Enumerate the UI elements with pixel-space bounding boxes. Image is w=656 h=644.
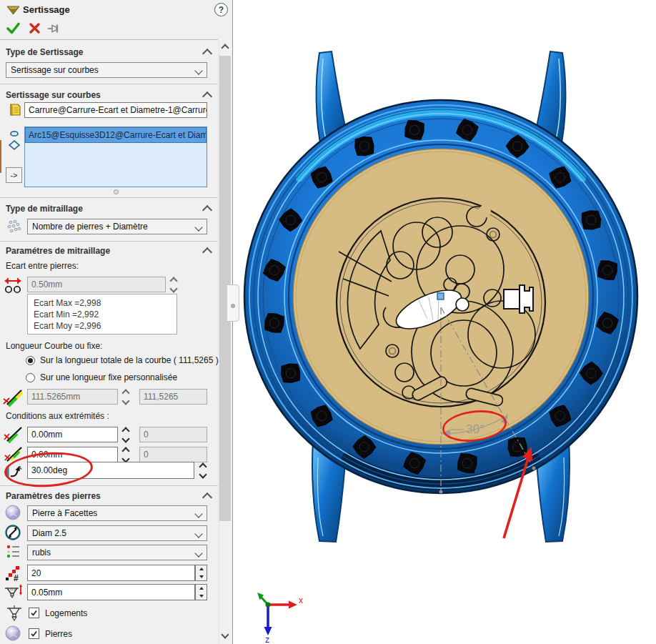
angle-condition-icon: A	[5, 463, 24, 483]
radio-longueur-totale[interactable]: Sur la longueur totale de la courbe ( 11…	[26, 355, 219, 365]
transfer-button[interactable]: ->	[6, 167, 22, 183]
angle-dimension-label: 30°	[466, 422, 484, 436]
scrollbar-up-icon[interactable]	[222, 45, 228, 51]
longueur-spinner[interactable]	[120, 388, 131, 405]
gem-stone[interactable]	[282, 364, 300, 382]
checkbox-checked-icon[interactable]	[29, 608, 39, 618]
seat-outline-icon	[6, 604, 24, 627]
pierres-checkbox-row[interactable]: Pierres	[29, 628, 72, 639]
section-header-type-sertissage: Type de Sertissage	[6, 47, 84, 57]
angle-field[interactable]: 30.00deg	[27, 462, 194, 479]
cancel-button[interactable]	[28, 21, 41, 38]
curve-length-icon	[3, 387, 24, 410]
ecart-value: 0.50mm	[31, 279, 62, 289]
surface-selection-value: Carrure@Carrure-Ecart et Diametre-1@Carr…	[29, 105, 207, 115]
longueur-echo-value: 111,5265	[144, 392, 178, 402]
stone-count-spin-buttons[interactable]	[195, 565, 207, 581]
ecart-spinner[interactable]	[168, 276, 179, 293]
angle-spinner[interactable]	[197, 462, 208, 479]
collapse-chevron-icon[interactable]	[202, 205, 212, 215]
stone-count-icon: #	[4, 564, 24, 585]
stone-depth-spin-buttons[interactable]	[195, 584, 207, 600]
curve-selection-list[interactable]: Arc15@Esquisse3D12@Carrure-Ecart et Diam…	[24, 127, 207, 187]
ecart-moy: Ecart Moy =2,996	[34, 320, 171, 332]
chevron-down-icon	[194, 510, 202, 517]
section-header-sertissage-courbes: Sertissage sur courbes	[6, 90, 101, 100]
start-offset-value: 0.00mm	[31, 430, 62, 440]
help-icon[interactable]: ?	[214, 3, 228, 16]
radio-longueur-fixe-label: Sur une longueur fixe personnalisée	[40, 372, 177, 382]
collapse-chevron-icon[interactable]	[202, 247, 212, 257]
section-header-type-mitraillage: Type de mitraillage	[6, 204, 83, 214]
collapse-chevron-icon[interactable]	[202, 91, 212, 101]
list-resize-handle[interactable]	[114, 189, 119, 194]
stone-type-dropdown[interactable]: Pierre à Facettes	[27, 505, 207, 521]
section-header-parametres-pierres: Paramètres des pierres	[6, 491, 101, 501]
ok-button[interactable]	[6, 21, 21, 39]
selection-point-marker	[437, 293, 444, 299]
end-offset-echo: 0	[139, 447, 207, 462]
gem-stone[interactable]	[582, 211, 600, 229]
type-sertissage-value: Sertissage sur courbes	[11, 65, 99, 75]
ecart-max: Ecart Max =2,998	[34, 297, 171, 309]
graphics-viewport[interactable]: 30°	[234, 0, 656, 644]
logements-label: Logements	[45, 608, 87, 618]
stone-depth-icon	[3, 583, 24, 605]
stone-diameter-dropdown[interactable]: Diam 2.5	[27, 525, 207, 541]
diameter-icon	[4, 524, 22, 545]
ecart-min: Ecart Min =2,992	[34, 309, 171, 320]
curve-list-item-selected[interactable]: Arc15@Esquisse3D12@Carrure-Ecart et Diam…	[25, 127, 207, 143]
face-selection-icon	[7, 102, 22, 120]
stone-spacing-icon	[3, 275, 24, 298]
end-offset-value: 0.00mm	[31, 450, 62, 460]
gem-stone[interactable]	[405, 121, 424, 140]
checkbox-checked-icon[interactable]	[29, 628, 39, 639]
radio-unselected-icon[interactable]	[26, 373, 35, 382]
type-sertissage-dropdown[interactable]: Sertissage sur courbes	[6, 62, 207, 78]
start-offset-spinner[interactable]	[120, 426, 131, 443]
radio-longueur-fixe[interactable]: Sur une longueur fixe personnalisée	[26, 372, 177, 382]
triad-z-label: z	[265, 635, 269, 643]
pattern-dots-icon	[6, 219, 23, 239]
stone-count-field[interactable]: 20	[27, 565, 195, 581]
start-offset-echo: 0	[139, 427, 207, 442]
material-list-icon	[6, 544, 21, 563]
scrollbar-down-icon[interactable]	[222, 632, 228, 638]
triad-x-label: x	[299, 595, 303, 605]
transfer-button-label: ->	[10, 171, 17, 179]
gem-stone[interactable]	[458, 454, 477, 473]
panel-title: Sertissage	[23, 4, 70, 15]
gem-stone[interactable]	[598, 261, 617, 280]
stone-depth-field[interactable]: 0.05mm	[27, 584, 195, 600]
start-offset-field[interactable]: 0.00mm	[27, 427, 118, 442]
collapse-chevron-icon[interactable]	[202, 49, 212, 59]
conditions-label: Conditions aux extrémités :	[6, 411, 109, 421]
longueur-echo-field: 111,5265	[139, 389, 207, 405]
gem-stone[interactable]	[265, 314, 284, 333]
stone-depth-value: 0.05mm	[31, 588, 62, 598]
section-header-parametres-mitraillage: Paramétres de mitraillage	[6, 246, 110, 256]
mitraillage-mode-dropdown[interactable]: Nombre de pierres + Diamètre	[27, 219, 207, 234]
end-offset-field[interactable]: 0.00mm	[27, 447, 118, 462]
ecart-stats-box: Ecart Max =2,998 Ecart Min =2,992 Ecart …	[27, 294, 177, 335]
stone-type-value: Pierre à Facettes	[32, 508, 97, 518]
property-manager-panel: Sertissage ? Type de Sertissage Sertissa…	[0, 0, 233, 644]
longueur-value-field[interactable]: 111.5265mm	[27, 389, 118, 405]
pierres-label: Pierres	[45, 629, 72, 639]
sertissage-feature-icon	[6, 5, 20, 19]
radio-selected-icon[interactable]	[26, 356, 35, 365]
chevron-down-icon	[194, 530, 202, 538]
svg-text:A: A	[18, 465, 22, 471]
end-offset-spinner[interactable]	[120, 446, 131, 463]
stone-diameter-value: Diam 2.5	[32, 528, 66, 538]
logements-checkbox-row[interactable]: Logements	[29, 608, 87, 618]
longueur-value: 111.5265mm	[31, 392, 80, 402]
ecart-value-field[interactable]: 0.50mm	[27, 277, 166, 292]
splitter-dot-icon	[231, 304, 235, 308]
stone-material-dropdown[interactable]: rubis	[27, 545, 207, 560]
surface-selection-field[interactable]: Carrure@Carrure-Ecart et Diametre-1@Carr…	[24, 102, 207, 118]
pin-button[interactable]	[47, 23, 61, 37]
gem-stone[interactable]	[355, 137, 374, 156]
panel-splitter-handle[interactable]	[227, 284, 239, 322]
collapse-chevron-icon[interactable]	[202, 492, 212, 502]
